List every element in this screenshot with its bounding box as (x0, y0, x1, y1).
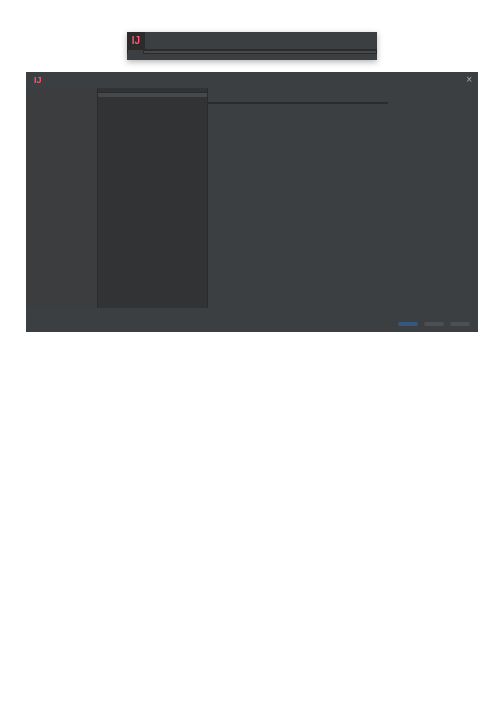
screenshot-project-structure: IJ × (26, 72, 478, 332)
ide-logo: IJ (34, 75, 42, 85)
ok-button[interactable] (398, 322, 418, 326)
close-icon[interactable]: × (466, 74, 472, 85)
screenshot-file-menu: IJ (127, 32, 377, 60)
ide-logo: IJ (127, 32, 145, 50)
apply-button[interactable] (450, 322, 470, 326)
watermark-1 (127, 54, 377, 60)
add-popup-title (98, 93, 207, 97)
project-tool-window-tab (127, 50, 143, 54)
cancel-button[interactable] (424, 322, 444, 326)
